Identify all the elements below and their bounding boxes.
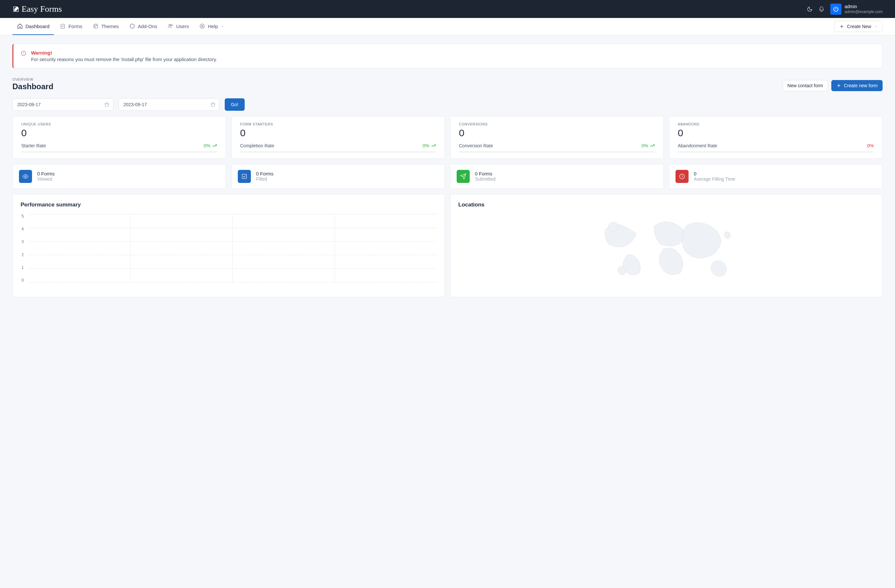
mini-sub: Viewed xyxy=(37,176,55,182)
plus-icon xyxy=(836,83,842,88)
send-icon xyxy=(457,170,470,183)
stat-abandons: ABANDONS 0 Abandonment Rate 0% xyxy=(669,116,883,159)
world-map xyxy=(458,214,874,290)
svg-point-3 xyxy=(96,25,97,26)
alert-title: Warning! xyxy=(31,50,217,56)
y-tick: 5 xyxy=(21,214,24,218)
date-from-wrap xyxy=(12,99,113,111)
chevron-down-icon xyxy=(874,24,878,29)
trend-up-icon xyxy=(431,143,436,148)
alert-body: For security reasons you must remove the… xyxy=(31,57,217,62)
user-info: admin admin@example.com xyxy=(845,4,883,14)
stats-row: UNIQUE USERS 0 Starter Rate 0% FORM STAR… xyxy=(12,116,883,159)
eye-icon xyxy=(19,170,32,183)
nav-label: Themes xyxy=(101,24,119,29)
mini-title: 0 Forms xyxy=(256,171,273,176)
stat-rate-label: Completion Rate xyxy=(240,143,274,148)
y-tick: 1 xyxy=(21,265,24,270)
mini-cards-row: 0 FormsViewed 0 FormsFilled 0 FormsSubmi… xyxy=(12,164,883,189)
y-tick: 4 xyxy=(21,227,24,231)
nav-help[interactable]: Help xyxy=(195,18,229,35)
stat-value: 0 xyxy=(678,127,874,138)
nav-label: Add-Ons xyxy=(138,24,157,29)
stat-rate-label: Conversion Rate xyxy=(459,143,493,148)
stat-label: FORM STARTERS xyxy=(240,122,436,126)
checkbox-icon xyxy=(238,170,251,183)
nav-label: Help xyxy=(208,24,218,29)
home-icon xyxy=(17,23,23,29)
mini-title: 0 Forms xyxy=(475,171,496,176)
calendar-icon xyxy=(210,102,215,107)
progress-bar xyxy=(459,151,655,153)
mini-sub: Average Filling Time xyxy=(694,176,735,182)
svg-point-7 xyxy=(200,24,205,29)
nav-label: Users xyxy=(176,24,189,29)
date-from-input[interactable] xyxy=(12,99,113,111)
panel-title: Locations xyxy=(458,202,874,208)
svg-point-1 xyxy=(93,24,98,29)
go-button[interactable]: Go! xyxy=(225,99,245,111)
logo[interactable]: Easy Forms xyxy=(12,4,62,14)
nav-dashboard[interactable]: Dashboard xyxy=(12,18,54,35)
avatar xyxy=(830,4,842,15)
mini-sub: Submitted xyxy=(475,176,496,182)
nav-users[interactable]: Users xyxy=(163,18,193,35)
progress-bar xyxy=(678,151,874,153)
btn-label: Create New xyxy=(847,24,871,29)
topbar: Easy Forms admin admin@example.com xyxy=(0,0,895,18)
user-menu[interactable]: admin admin@example.com xyxy=(830,4,883,15)
performance-chart: 5 4 3 2 1 0 xyxy=(21,214,437,283)
nav-items: Dashboard Forms Themes Add-Ons Users Hel… xyxy=(12,18,229,35)
svg-rect-13 xyxy=(242,174,246,178)
date-filter-row: Go! xyxy=(12,99,883,111)
breadcrumb: OVERVIEW xyxy=(12,77,53,81)
svg-point-6 xyxy=(171,24,173,26)
panel-title: Performance summary xyxy=(21,202,437,208)
svg-rect-11 xyxy=(211,103,215,106)
page-body: Warning! For security reasons you must r… xyxy=(0,35,895,306)
progress-bar xyxy=(240,151,436,153)
mini-title: 0 Forms xyxy=(37,171,55,176)
date-to-input[interactable] xyxy=(118,99,220,111)
stat-value: 0 xyxy=(459,127,655,138)
stat-rate-label: Abandonment Rate xyxy=(678,143,717,148)
bell-icon[interactable] xyxy=(819,6,824,12)
stat-conversions: CONVERSIONS 0 Conversion Rate 0% xyxy=(450,116,664,159)
user-name: admin xyxy=(845,4,883,9)
svg-point-2 xyxy=(95,25,96,26)
create-new-form-button[interactable]: Create new form xyxy=(831,80,883,91)
mini-viewed: 0 FormsViewed xyxy=(12,164,226,189)
plus-icon xyxy=(839,24,844,29)
header-actions: New contact form Create new form xyxy=(783,80,883,91)
chevron-down-icon xyxy=(220,24,225,28)
nav-label: Forms xyxy=(68,24,82,29)
nav-themes[interactable]: Themes xyxy=(88,18,123,35)
chart-grid xyxy=(28,214,437,283)
progress-bar xyxy=(21,151,217,153)
navbar: Dashboard Forms Themes Add-Ons Users Hel… xyxy=(0,18,895,35)
mini-filled: 0 FormsFilled xyxy=(231,164,445,189)
nav-label: Dashboard xyxy=(26,24,49,29)
stat-unique-users: UNIQUE USERS 0 Starter Rate 0% xyxy=(12,116,226,159)
new-contact-form-button[interactable]: New contact form xyxy=(783,80,828,91)
stat-value: 0 xyxy=(21,127,217,138)
users-icon xyxy=(168,23,173,29)
calendar-icon xyxy=(104,102,109,107)
mini-title: 0 xyxy=(694,171,735,176)
nav-addons[interactable]: Add-Ons xyxy=(125,18,162,35)
nav-forms[interactable]: Forms xyxy=(55,18,87,35)
stat-pct: 0% xyxy=(423,143,436,148)
trend-up-icon xyxy=(650,143,655,148)
stat-form-starters: FORM STARTERS 0 Completion Rate 0% xyxy=(231,116,445,159)
svg-point-5 xyxy=(169,24,170,26)
stat-rate-label: Starter Rate xyxy=(21,143,46,148)
logo-icon xyxy=(12,6,20,13)
stat-label: CONVERSIONS xyxy=(459,122,655,126)
btn-label: Create new form xyxy=(844,83,878,88)
create-new-button[interactable]: Create New xyxy=(834,21,883,32)
svg-point-12 xyxy=(25,176,26,177)
moon-icon[interactable] xyxy=(807,6,813,12)
help-icon xyxy=(199,23,205,29)
stat-pct: 0% xyxy=(204,143,217,148)
power-icon xyxy=(833,6,839,12)
